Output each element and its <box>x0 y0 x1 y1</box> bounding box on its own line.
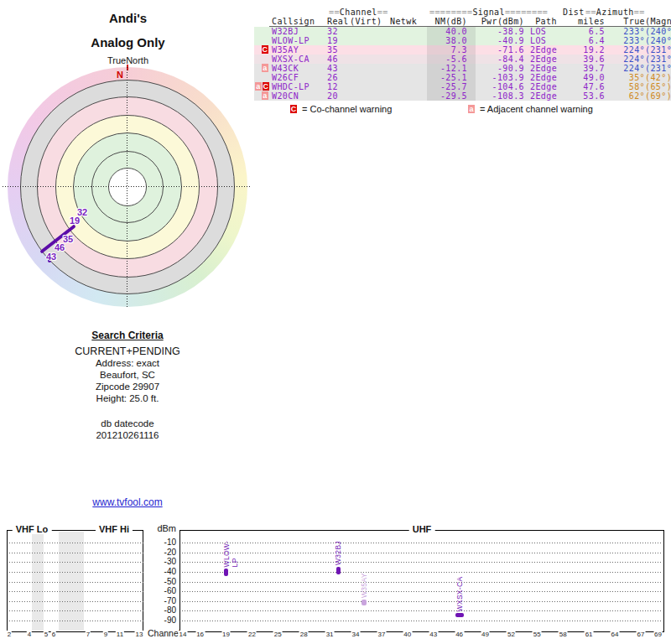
col-path: Path <box>528 17 564 26</box>
station-marker <box>336 567 341 574</box>
db-datecode-label: db datecode <box>34 418 221 428</box>
cell-path: 2Edge <box>528 82 564 91</box>
cell-pwr: -40.9 <box>476 36 528 45</box>
cell-miles: 47.6 <box>564 82 606 91</box>
dbm-gridline <box>9 562 143 563</box>
table-row: W32BJ3240.0-38.9LOS6.5233°(240°) <box>254 27 671 36</box>
cell-nm: -29.5 <box>427 91 476 101</box>
cell-nm: -25.1 <box>427 73 476 82</box>
dbm-tick-label: -90 <box>151 615 176 625</box>
cell-path: 2Edge <box>528 91 564 101</box>
uhf-label: UHF <box>409 524 435 534</box>
report-title-line1: Andi's <box>50 11 205 25</box>
dbm-gridline <box>182 610 662 611</box>
cell-miles: 53.6 <box>564 91 606 101</box>
dbm-tick-label: -50 <box>151 577 176 586</box>
cell-magn: (69°) <box>645 91 671 101</box>
cell-callsign: W26CF <box>270 73 325 82</box>
dbm-tick-label: -70 <box>151 596 176 605</box>
dbm-gridline <box>9 543 143 543</box>
cell-real: 43 <box>325 64 350 73</box>
radar-channel-label: 43 <box>46 252 56 262</box>
station-marker-label: W35AY <box>360 571 368 598</box>
station-marker-label: W32BJ <box>334 538 342 565</box>
cell-true: 233° <box>606 27 645 36</box>
cell-real: 20 <box>325 91 350 101</box>
vhf-channel-tick: 13 <box>135 631 144 638</box>
dbm-gridline <box>182 572 662 573</box>
cell-callsign: WHDC-LP <box>270 82 325 91</box>
vhf-lo-label: VHF Lo <box>13 524 52 534</box>
row-badges <box>254 55 270 64</box>
co-channel-badge: C <box>262 45 268 54</box>
row-badges <box>254 27 270 36</box>
vhf-channel-tick: 6 <box>51 631 56 638</box>
uhf-channel-tick: 64 <box>611 631 620 638</box>
uhf-channel-tick: 34 <box>351 631 361 638</box>
cell-nm: -25.7 <box>427 82 476 91</box>
azimuth-radar-plot: N 3219354643 <box>8 67 247 307</box>
cell-magn: (240°) <box>645 36 671 45</box>
azimuth-group-header: ==Azimuth== <box>585 8 645 17</box>
table-row: aW43CK43-12.1-90.92Edge39.7224°(231°) <box>254 64 671 73</box>
uhf-channel-tick: 40 <box>403 631 412 638</box>
station-table: ==Channel== ========Signal======== Dist … <box>254 8 671 101</box>
adjacent-channel-badge: a <box>255 82 262 91</box>
cell-real: 26 <box>325 73 350 82</box>
cell-real: 12 <box>325 82 350 91</box>
tvfool-link[interactable]: www.tvfool.com <box>92 496 162 508</box>
uhf-channel-tick: 16 <box>195 631 205 638</box>
cell-path: LOS <box>528 36 564 45</box>
cell-netwk <box>390 55 427 64</box>
uhf-channel-tick: 31 <box>325 631 335 638</box>
cell-virt <box>350 82 390 91</box>
vhf-channel-tick: 11 <box>116 631 124 638</box>
uhf-channel-tick: 69 <box>653 631 663 638</box>
cell-true: 233° <box>606 36 645 45</box>
cell-netwk <box>390 91 427 101</box>
signal-group-header: ========Signal======== <box>429 8 548 17</box>
search-height: Height: 25.0 ft. <box>34 393 221 403</box>
station-marker-label: WXSX-CA <box>455 576 464 611</box>
uhf-channel-tick: 22 <box>247 631 257 638</box>
col-true: True <box>606 17 645 26</box>
cell-true: 62° <box>606 91 645 101</box>
uhf-channel-tick: 49 <box>481 631 490 638</box>
uhf-channel-tick: 67 <box>636 631 645 638</box>
cell-path: 2Edge <box>528 45 564 55</box>
cell-callsign: W20CN <box>270 91 325 101</box>
cell-virt <box>350 91 390 101</box>
cell-pwr: -84.4 <box>476 55 528 64</box>
cell-nm: 7.3 <box>427 45 476 55</box>
cell-virt <box>350 55 390 64</box>
row-badges: C <box>254 45 270 55</box>
vhf-channel-tick: 9 <box>103 631 108 638</box>
col-virt: (Virt) <box>350 17 390 26</box>
uhf-channel-tick: 25 <box>273 631 283 638</box>
cell-pwr: -71.6 <box>476 45 528 55</box>
uhf-channel-tick: 46 <box>455 631 464 638</box>
cell-nm: -5.6 <box>427 55 476 64</box>
cell-true: 224° <box>606 45 645 55</box>
co-channel-badge: C <box>290 105 297 113</box>
vhf-channel-tick: 2 <box>7 631 12 638</box>
station-marker-label: WLOW-LP <box>222 532 231 567</box>
dbm-gridline <box>182 601 662 602</box>
vhf-channel-tick: 7 <box>86 631 91 638</box>
row-badges: a <box>254 91 270 101</box>
dbm-gridline <box>182 621 662 621</box>
col-nm: NM(dB) <box>427 17 476 26</box>
tvfool-report: Andi's Analog Only TrueNorth N 321935464… <box>0 0 671 644</box>
row-badges: a <box>254 64 270 73</box>
cell-miles: 6.5 <box>564 27 606 36</box>
cell-pwr: -104.6 <box>476 82 528 91</box>
report-title-line2: Analog Only <box>50 35 205 49</box>
station-marker <box>224 569 228 576</box>
cell-miles: 49.0 <box>564 73 606 82</box>
cell-netwk <box>390 82 427 91</box>
uhf-channel-tick: 37 <box>377 631 386 638</box>
search-criteria-heading: Search Criteria <box>91 330 163 341</box>
adjacent-channel-badge: a <box>262 91 268 100</box>
uhf-channel-tick: 43 <box>429 631 438 638</box>
cell-real: 35 <box>325 45 350 55</box>
